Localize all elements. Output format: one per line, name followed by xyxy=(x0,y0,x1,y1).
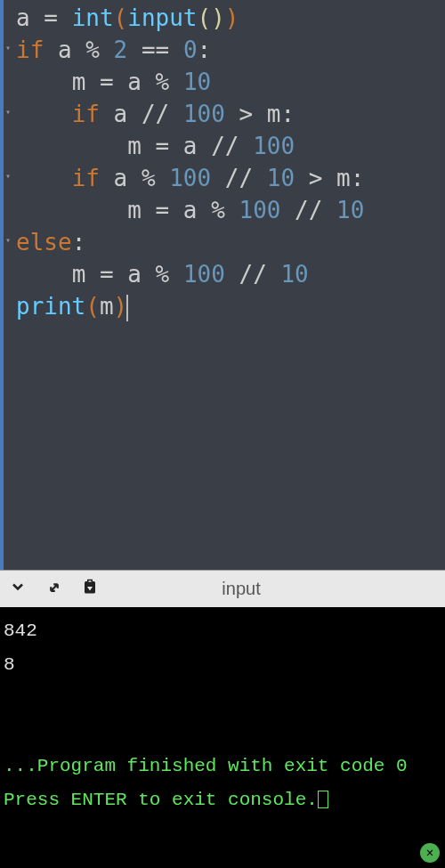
editor-gutter: ▾ ▾ ▾ ▾ xyxy=(0,0,16,570)
fold-marker[interactable]: ▾ xyxy=(4,224,16,256)
code-area[interactable]: a = int(input()) if a % 2 == 0: m = a % … xyxy=(16,0,445,570)
console-output-line: 8 xyxy=(4,648,441,682)
code-line-7: m = a % 100 // 10 xyxy=(16,194,445,226)
fold-marker[interactable]: ▾ xyxy=(4,32,16,64)
console-prompt-line: Press ENTER to exit console. xyxy=(4,783,441,817)
code-line-10: print(m) xyxy=(16,290,445,322)
chevron-down-icon[interactable] xyxy=(9,578,27,600)
fold-marker[interactable] xyxy=(4,0,16,32)
fold-marker[interactable]: ▾ xyxy=(4,160,16,192)
console-finished-line: ...Program finished with exit code 0 xyxy=(4,750,441,783)
console-input-line: 842 xyxy=(4,614,441,648)
fold-marker[interactable] xyxy=(4,64,16,96)
code-line-8: else: xyxy=(16,226,445,258)
clipboard-icon[interactable] xyxy=(82,578,98,600)
code-line-9: m = a % 100 // 10 xyxy=(16,258,445,290)
expand-icon[interactable] xyxy=(46,579,62,600)
code-line-2: if a % 2 == 0: xyxy=(16,34,445,66)
fold-marker[interactable] xyxy=(4,192,16,224)
code-line-1: a = int(input()) xyxy=(16,2,445,34)
fold-marker[interactable] xyxy=(4,128,16,160)
console-cursor xyxy=(318,791,328,808)
editor-cursor xyxy=(126,295,128,321)
console-header: input xyxy=(0,570,445,607)
code-line-5: m = a // 100 xyxy=(16,130,445,162)
close-button[interactable]: ✕ xyxy=(420,843,440,863)
console-tab-label[interactable]: input xyxy=(117,579,436,599)
console-output[interactable]: 842 8 ...Program finished with exit code… xyxy=(0,607,445,868)
fold-marker[interactable]: ▾ xyxy=(4,96,16,128)
code-line-3: m = a % 10 xyxy=(16,66,445,98)
code-line-4: if a // 100 > m: xyxy=(16,98,445,130)
code-editor[interactable]: ▾ ▾ ▾ ▾ a = int(input()) if a % 2 == 0: … xyxy=(0,0,445,570)
code-line-6: if a % 100 // 10 > m: xyxy=(16,162,445,194)
